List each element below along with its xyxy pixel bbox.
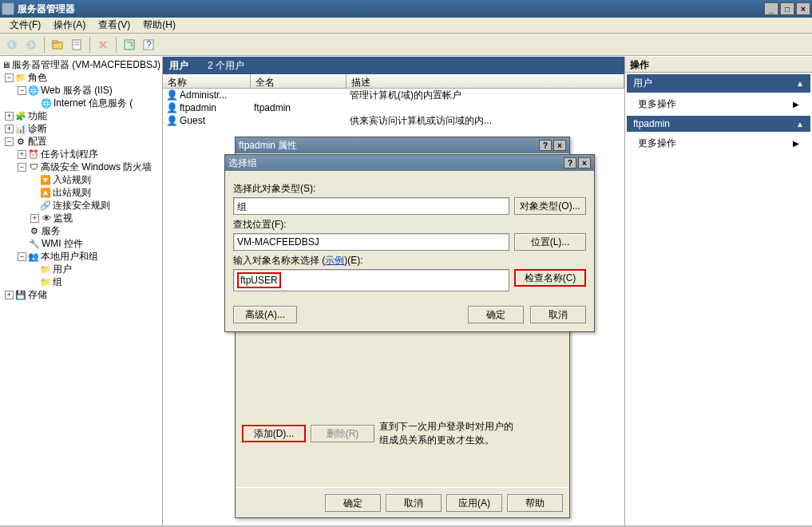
window-titlebar: 服务器管理器 _ □ ×	[0, 0, 812, 18]
location-button[interactable]: 位置(L)...	[514, 233, 586, 251]
expand-icon[interactable]: +	[30, 214, 39, 223]
collapse-icon: ▲	[796, 79, 804, 88]
col-full[interactable]: 全名	[251, 74, 347, 88]
help-button[interactable]: 帮助	[507, 494, 563, 512]
check-name-button[interactable]: 检查名称(C)	[514, 269, 586, 287]
tree-task[interactable]: +⏰任务计划程序	[2, 148, 160, 160]
svg-text:?: ?	[146, 39, 152, 50]
actions-more-users[interactable]: 更多操作▶	[627, 94, 810, 114]
wmi-icon: 🔧	[29, 238, 40, 249]
menu-help[interactable]: 帮助(H)	[137, 17, 182, 34]
roles-icon: 📁	[15, 72, 26, 83]
column-headers: 名称 全名 描述	[163, 74, 624, 89]
dialog-title: ftpadmin 属性	[239, 139, 537, 153]
config-icon: ⚙	[15, 136, 26, 147]
tree-diag[interactable]: +📊诊断	[2, 122, 160, 135]
tree-roles[interactable]: −📁角色	[2, 71, 160, 84]
name-label: 输入对象名称来选择 (示例)(E):	[233, 254, 586, 267]
object-type-button[interactable]: 对象类型(O)...	[514, 197, 586, 215]
tree-storage[interactable]: +💾存储	[2, 288, 160, 301]
advanced-button[interactable]: 高级(A)...	[233, 306, 297, 323]
col-desc[interactable]: 描述	[347, 74, 624, 88]
ok-button[interactable]: 确定	[325, 494, 381, 512]
center-pane: 用户 2 个用户 名称 全名 描述 👤Administr... 管理计算机(域)…	[163, 57, 625, 525]
chevron-right-icon: ▶	[793, 139, 799, 148]
close-button[interactable]: ×	[578, 157, 591, 168]
tree-root[interactable]: 🖥服务器管理器 (VM-MACFEEDBSJ)	[2, 58, 160, 71]
tree-users[interactable]: 📁用户	[2, 263, 160, 275]
tree-connsec[interactable]: 🔗连接安全规则	[2, 199, 160, 212]
task-icon: ⏰	[28, 149, 39, 160]
collapse-icon[interactable]: −	[18, 252, 26, 261]
close-button[interactable]: ×	[553, 140, 566, 151]
expand-icon[interactable]: +	[5, 125, 14, 133]
tree-wmi[interactable]: 🔧WMI 控件	[2, 237, 160, 250]
tree-inbound[interactable]: 🔽入站规则	[2, 173, 160, 186]
minimize-button[interactable]: _	[764, 2, 778, 15]
svg-point-1	[26, 40, 36, 50]
svg-point-0	[7, 40, 17, 50]
dialog-titlebar[interactable]: 选择组 ? ×	[225, 155, 594, 171]
user-row[interactable]: 👤Guest 供来宾访问计算机或访问域的内...	[163, 114, 624, 127]
user-row[interactable]: 👤Administr... 管理计算机(域)的内置帐户	[163, 89, 624, 101]
expand-icon[interactable]: +	[18, 150, 26, 159]
tree-web[interactable]: −🌐Web 服务器 (IIS)	[2, 84, 160, 97]
apply-button[interactable]: 应用(A)	[446, 494, 502, 512]
tree-monitor[interactable]: +👁监视	[2, 212, 160, 224]
tree-groups[interactable]: 📁组	[2, 275, 160, 288]
collapse-icon[interactable]: −	[5, 73, 14, 82]
toolbar: ?	[0, 34, 812, 56]
actions-header: 操作	[625, 57, 812, 73]
expand-icon[interactable]: +	[5, 291, 14, 299]
dialog-title: 选择组	[228, 157, 562, 170]
chevron-right-icon: ▶	[793, 100, 799, 109]
refresh-button[interactable]	[121, 36, 138, 53]
actions-pane: 操作 用户▲ 更多操作▶ ftpadmin▲ 更多操作▶	[625, 57, 812, 525]
tree-outbound[interactable]: 🔼出站规则	[2, 186, 160, 199]
tree-config[interactable]: −⚙配置	[2, 135, 160, 148]
actions-group-users[interactable]: 用户▲	[627, 74, 810, 93]
up-button[interactable]	[49, 36, 66, 53]
tree-iis[interactable]: 🌐Internet 信息服务 (	[2, 97, 160, 109]
back-button[interactable]	[3, 36, 21, 53]
cancel-button[interactable]: 取消	[530, 306, 586, 323]
folder-icon: 📁	[40, 264, 51, 275]
forward-button[interactable]	[22, 36, 40, 53]
user-row[interactable]: 👤ftpadmin ftpadmin	[163, 101, 624, 114]
object-name-value: ftpUSER	[237, 272, 281, 288]
services-icon: ⚙	[29, 225, 40, 236]
example-link[interactable]: 示例	[325, 255, 344, 266]
col-name[interactable]: 名称	[163, 74, 251, 88]
expand-icon[interactable]: +	[5, 112, 14, 121]
object-type-field: 组	[233, 197, 509, 215]
ok-button[interactable]: 确定	[468, 306, 524, 323]
help-button[interactable]: ?	[564, 157, 576, 168]
tree-pane: 🖥服务器管理器 (VM-MACFEEDBSJ) −📁角色 −🌐Web 服务器 (…	[0, 57, 163, 525]
add-button[interactable]: 添加(D)...	[242, 425, 306, 442]
collapse-icon[interactable]: −	[18, 86, 26, 95]
properties-button[interactable]	[68, 36, 85, 53]
tree-features[interactable]: +🧩功能	[2, 109, 160, 122]
help-button[interactable]: ?	[539, 140, 552, 151]
actions-group-ftpadmin[interactable]: ftpadmin▲	[627, 116, 810, 132]
firewall-icon: 🛡	[28, 161, 39, 172]
menu-action[interactable]: 操作(A)	[47, 17, 92, 34]
actions-more-ftpadmin[interactable]: 更多操作▶	[627, 133, 810, 153]
tree-firewall[interactable]: −🛡高级安全 Windows 防火墙	[2, 160, 160, 173]
menu-view[interactable]: 查看(V)	[92, 17, 137, 34]
collapse-icon[interactable]: −	[5, 137, 14, 146]
help-button[interactable]: ?	[140, 36, 157, 53]
dialog-titlebar[interactable]: ftpadmin 属性 ? ×	[236, 137, 569, 153]
menu-file[interactable]: 文件(F)	[3, 17, 47, 34]
location-field: VM-MACFEEDBSJ	[233, 233, 509, 251]
close-button[interactable]: ×	[796, 2, 810, 15]
delete-button[interactable]	[94, 36, 112, 53]
select-group-dialog: 选择组 ? × 选择此对象类型(S): 组 对象类型(O)... 查找位置(F)…	[224, 154, 595, 332]
tree-services[interactable]: ⚙服务	[2, 224, 160, 237]
collapse-icon[interactable]: −	[18, 163, 26, 172]
object-name-input[interactable]: ftpUSER	[233, 269, 509, 291]
cancel-button[interactable]: 取消	[386, 494, 442, 512]
tree-localusers[interactable]: −👥本地用户和组	[2, 250, 160, 263]
maximize-button[interactable]: □	[780, 2, 794, 15]
folder-icon: 📁	[40, 276, 51, 287]
